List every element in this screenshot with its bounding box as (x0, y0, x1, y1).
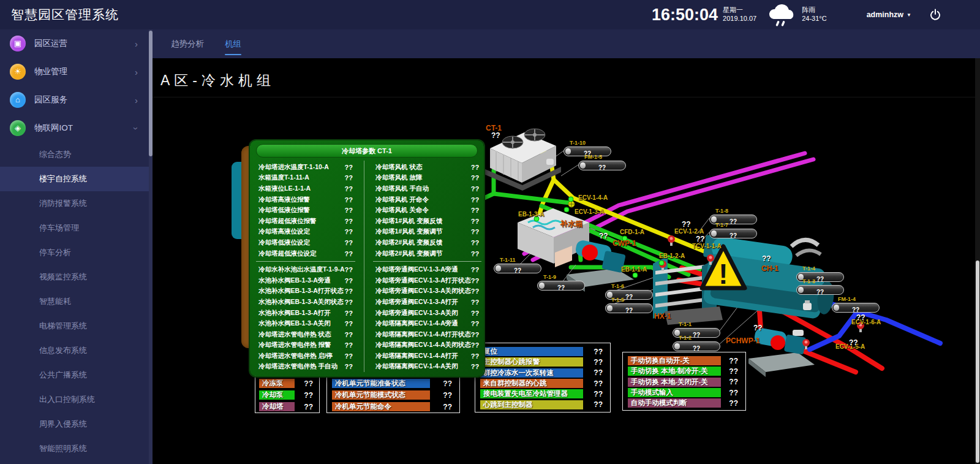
panel-title: 冷却塔参数 CT-1 (256, 144, 478, 158)
sidebar: ▣ 园区运营 ☀ 物业管理 ⌂ 园区服务 ◈ (0, 29, 149, 464)
valve-tag-label: EB-1-1-A (621, 266, 647, 273)
device-label: HX-1 (654, 312, 671, 321)
parameter-value: ?? (471, 352, 479, 360)
user-menu[interactable]: adminhzw (867, 10, 911, 19)
sidebar-subitem[interactable]: 停车分析 (0, 240, 149, 265)
sensor-tag-label: T-1-4 (802, 265, 844, 272)
energy-mode-table: 冷机单元节能准备状态 ?? 冷机单元节能模式状态 ?? 冷机单元节能命令 ?? (326, 375, 460, 413)
parameter-label: 冷却塔低液位报警 (258, 206, 310, 215)
property-bulb-icon: ☀ (10, 64, 26, 80)
gauge-cap (607, 305, 612, 311)
sidebar-scrollbar[interactable] (149, 29, 153, 464)
sensor-tag-label: T-1-1 (679, 321, 720, 327)
parameter-value: ?? (471, 310, 479, 317)
parameter-row: 冷却塔隔离阀ECV-1-4-A关闭状态 ?? (375, 340, 479, 351)
status-value: ?? (304, 403, 315, 411)
sidebar-subitem[interactable]: 公共广播系统 (0, 363, 149, 387)
status-row: 冷却泵 ?? (259, 389, 315, 401)
sensor-tag-label: T-1-6 (611, 283, 653, 289)
valve-tag-label: ECV-1-2-A (674, 228, 704, 235)
sidebar-item[interactable]: ▣ 园区运营 (0, 29, 149, 58)
sidebar-scrollbar-thumb[interactable] (149, 31, 153, 156)
sidebar-subitem[interactable]: 消防报警系统 (0, 191, 149, 216)
sensor-gauge: T-1-3 ?? (796, 278, 844, 295)
sensor-value: ?? (693, 345, 700, 352)
status-value: ?? (594, 400, 605, 409)
tab[interactable]: 机组 (225, 32, 241, 55)
status-label: 手动切换自动开-关 (628, 356, 721, 365)
parameter-value: ?? (345, 310, 353, 317)
chevron-icon (135, 96, 138, 105)
date: 2019.10.07 (723, 15, 756, 23)
app-root: 智慧园区管理系统 16:50:04 星期一 2019.10.07 阵雨 24-3… (0, 0, 980, 464)
status-label: 来自群控制器的心跳 (480, 379, 583, 388)
parameter-label: 冷却塔进水管电伴热 手自动 (258, 362, 337, 371)
sensor-gauge: FM-1-5 ?? (578, 154, 626, 170)
temp-range: 24-31°C (802, 15, 826, 23)
parameter-label: 冷却塔旁通阀ECV-1-3-A旁通 (375, 265, 458, 274)
power-icon (929, 8, 942, 21)
parameter-value: ?? (345, 250, 353, 257)
parameter-row: 冷却塔1#风机 变频调节 ?? (375, 227, 479, 238)
sidebar-subitem[interactable]: 电梯管理系统 (0, 314, 149, 338)
panel-divider (373, 261, 481, 262)
parameter-label: 冷却水补水池出水温度T-1-9-A (258, 265, 345, 274)
sidebar-subitem[interactable]: 智能照明系统 (0, 436, 149, 461)
tab[interactable]: 趋势分析 (171, 32, 204, 55)
status-label: 心跳到主控制器 (480, 400, 583, 409)
park-operation-icon: ▣ (10, 36, 26, 51)
valve-tag-label: CFD-1-A (620, 229, 644, 235)
status-row: 冷机单元节能命令 ?? (332, 401, 454, 413)
parameter-value: ?? (345, 277, 353, 284)
parameter-label: 冷却塔进水管电伴热 状态 (258, 330, 331, 339)
sidebar-subitem[interactable]: 智慧能耗 (0, 289, 149, 314)
parameter-label: 冷却塔1#风机 变频反馈 (375, 217, 442, 226)
sidebar-subitem[interactable]: 出入口控制系统 (0, 387, 149, 412)
sidebar-subitem-label: 电梯管理系统 (39, 321, 87, 332)
parameter-value: ?? (471, 228, 479, 235)
status-label: 接电装置失电至冷站管理器 (480, 389, 583, 398)
sidebar-subitem[interactable]: 综合态势 (0, 142, 149, 167)
sidebar-item[interactable]: ◈ 物联网IOT (0, 114, 149, 142)
sidebar-subitem[interactable]: 楼宇自控系统 (0, 167, 149, 191)
pump-status-table: 冷冻泵 ?? 冷却泵 ?? 冷却塔 ?? (255, 375, 320, 413)
parameter-value: ?? (345, 352, 353, 360)
sidebar-subitem[interactable]: 周界入侵系统 (0, 412, 149, 436)
status-row: 接电装置失电至冷站管理器 ?? (480, 389, 605, 399)
canvas-scrollbar-thumb[interactable] (976, 261, 979, 463)
parameter-value: ?? (345, 164, 353, 171)
parameter-label: 冷却塔隔离阀ECV-1-4-A关闭状态 (375, 341, 471, 349)
value-placeholder: ?? (753, 324, 763, 332)
value-placeholder: ?? (696, 235, 705, 243)
parameter-row: 水池补水阀EB-1-3-A关闭 ?? (258, 318, 353, 329)
sensor-gauge-pill: ?? (709, 229, 757, 238)
sensor-gauge: T-1-7 ?? (709, 222, 757, 238)
sensor-gauge-pill: ?? (796, 285, 844, 295)
parameter-value: ?? (345, 228, 353, 235)
parameter-value: ?? (471, 277, 479, 284)
parameter-label: 冷却塔隔离阀ECV-1-4-A打开 (375, 352, 458, 360)
sidebar-item[interactable]: ☀ 物业管理 (0, 58, 149, 86)
parameter-row: 冷却塔高液位设定 ?? (258, 227, 353, 238)
status-label: 手动模式输入 (628, 388, 721, 397)
canvas-scrollbar[interactable] (975, 58, 980, 464)
sidebar-subitem-label: 综合态势 (39, 149, 71, 160)
parameter-row: 水池补水阀EB-1-3-A打开 ?? (258, 308, 353, 319)
status-row: 自动手动模式判断 ?? (628, 398, 741, 408)
sidebar-subitem[interactable]: 信息发布系统 (0, 338, 149, 363)
panel-divider (256, 261, 355, 262)
controller-heartbeat-table: 复位 ?? 主控制器心跳报警 ?? 群控冷冻水一次泵转速 ?? 来自群 (475, 343, 611, 413)
sidebar-subitem[interactable]: 停车场管理 (0, 216, 149, 240)
sidebar-item[interactable]: ⌂ 园区服务 (0, 86, 149, 114)
status-value: ?? (729, 357, 741, 365)
parameter-value: ?? (345, 185, 353, 192)
device-label: PCHWP-1 (726, 337, 760, 345)
header-right: 16:50:04 星期一 2019.10.07 阵雨 24-31°C admin… (652, 2, 980, 28)
sidebar-subitem[interactable]: 视频监控系统 (0, 265, 149, 289)
status-label: 冷机单元节能命令 (332, 402, 430, 411)
iot-shield-icon: ◈ (10, 120, 26, 136)
sensor-tag-label: FM-1-4 (838, 296, 880, 302)
sensor-tag-label: T-1-3 (802, 278, 844, 284)
sidebar-subitem-label: 周界入侵系统 (39, 419, 87, 430)
power-button[interactable] (929, 8, 942, 21)
